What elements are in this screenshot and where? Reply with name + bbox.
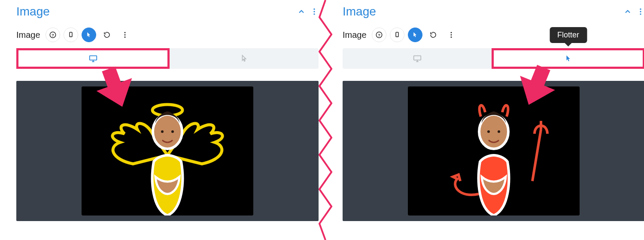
svg-point-16: [640, 9, 641, 10]
tab-desktop[interactable]: [16, 48, 170, 69]
svg-point-23: [450, 32, 452, 33]
svg-point-2: [313, 13, 315, 15]
setting-label: Image: [343, 30, 367, 40]
setting-more-button[interactable]: [444, 28, 459, 42]
svg-point-9: [124, 37, 125, 38]
svg-text:?: ?: [378, 33, 380, 37]
desktop-icon: [88, 54, 98, 63]
help-button[interactable]: ?: [46, 28, 60, 42]
svg-point-6: [70, 36, 71, 36]
reset-button[interactable]: [100, 28, 114, 42]
setting-more-button[interactable]: [118, 28, 132, 42]
image-module-panel-right: Image Image ? Flotter: [339, 0, 644, 240]
setting-label: Image: [16, 30, 40, 40]
image-setting-toolbar: Image ?: [339, 26, 644, 48]
tab-desktop[interactable]: [343, 48, 492, 69]
svg-point-25: [450, 37, 452, 38]
image-preview-area: [16, 81, 319, 221]
image-preview-area: [343, 81, 644, 221]
reset-button[interactable]: [426, 28, 440, 42]
module-header[interactable]: Image: [13, 3, 322, 26]
responsive-button[interactable]: [64, 28, 78, 42]
module-header[interactable]: Image: [339, 3, 644, 26]
svg-rect-26: [413, 56, 421, 60]
svg-point-1: [313, 11, 315, 12]
desktop-icon: [413, 54, 422, 63]
module-title: Image: [343, 5, 623, 18]
svg-point-22: [397, 36, 397, 36]
more-icon[interactable]: [636, 7, 644, 16]
svg-point-30: [498, 130, 500, 133]
svg-rect-10: [89, 56, 97, 60]
module-title: Image: [16, 5, 297, 18]
hover-cursor-icon: [240, 54, 249, 63]
svg-text:?: ?: [52, 33, 54, 37]
chevron-up-icon[interactable]: [297, 7, 306, 16]
image-setting-toolbar: Image ?: [13, 26, 322, 48]
hover-cursor-icon: [564, 54, 573, 63]
hover-tooltip: Flotter: [550, 27, 587, 43]
hover-toggle-button[interactable]: [82, 28, 96, 42]
svg-point-0: [313, 9, 315, 10]
chevron-up-icon[interactable]: [623, 7, 632, 16]
svg-point-7: [124, 32, 125, 33]
svg-point-14: [161, 130, 164, 133]
tab-hover[interactable]: [170, 48, 319, 69]
svg-point-15: [171, 130, 174, 133]
help-button[interactable]: ?: [372, 28, 386, 42]
responsive-button[interactable]: [390, 28, 404, 42]
svg-point-8: [124, 34, 125, 36]
image-thumbnail[interactable]: [408, 86, 580, 215]
svg-point-17: [640, 11, 641, 12]
state-tabs: [16, 48, 319, 69]
state-tabs: Flotter: [343, 48, 644, 69]
image-thumbnail[interactable]: [82, 86, 253, 215]
image-module-panel-left: Image Image ?: [13, 0, 322, 240]
svg-point-29: [487, 130, 490, 133]
svg-point-18: [640, 13, 641, 15]
more-icon[interactable]: [310, 7, 319, 16]
hover-toggle-button[interactable]: [408, 28, 422, 42]
svg-point-24: [450, 34, 452, 36]
tab-hover[interactable]: Flotter: [492, 48, 644, 69]
